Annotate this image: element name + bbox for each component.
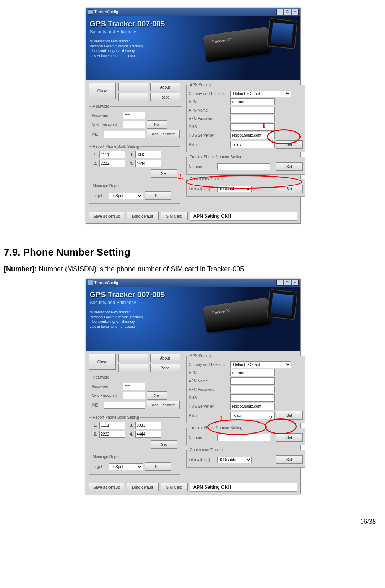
pb-idx: 2. — [92, 432, 97, 436]
country-select[interactable]: Default->Default — [230, 361, 291, 368]
set-phonebook-button[interactable]: Set — [151, 169, 177, 178]
imei-label: IMEI — [92, 132, 102, 136]
dns-field[interactable] — [230, 123, 275, 131]
disabled-button-1 — [118, 83, 148, 91]
country-select[interactable]: Default->Default — [230, 91, 291, 97]
minimize-button[interactable]: _ — [276, 280, 283, 286]
number-field[interactable] — [217, 163, 270, 170]
set-password-button[interactable]: Set — [147, 391, 167, 400]
set-phonebook-button[interactable]: Set — [151, 440, 177, 449]
pb-idx: 3. — [128, 423, 133, 428]
pb-field-1[interactable] — [99, 151, 125, 158]
close-window-button[interactable]: × — [292, 280, 299, 286]
password-field[interactable] — [123, 383, 145, 390]
disabled-button-1 — [118, 354, 148, 362]
country-label: Country and Telecom — [189, 363, 229, 367]
new-password-field[interactable] — [123, 392, 145, 399]
group-legend: Password — [92, 375, 111, 379]
annotation-circle-1 — [267, 129, 301, 144]
maximize-button[interactable]: □ — [284, 280, 291, 286]
pb-field-2[interactable] — [99, 160, 125, 167]
annotation-circle-2 — [265, 418, 297, 434]
country-label: Country and Telecom — [189, 92, 229, 96]
load-default-button[interactable]: Load default — [127, 483, 159, 491]
dns-field[interactable] — [230, 394, 275, 402]
close-button[interactable]: Close — [89, 354, 116, 370]
imei-field[interactable] — [104, 131, 145, 138]
new-password-field[interactable] — [123, 121, 145, 128]
minimize-button[interactable]: _ — [276, 9, 283, 15]
apn-password-field[interactable] — [230, 115, 275, 122]
body-bold: [Number]: — [4, 265, 37, 273]
apn-label: APN — [189, 100, 229, 104]
apn-password-field[interactable] — [230, 386, 275, 393]
pb-field-3[interactable] — [135, 151, 161, 158]
password-label: Password — [92, 384, 122, 389]
interval-label: Interval(min) — [189, 458, 216, 462]
apn-password-label: APN Password — [189, 117, 229, 121]
imei-field[interactable] — [104, 402, 145, 409]
window-title: TrackerConfig — [94, 281, 276, 285]
save-default-button[interactable]: Save as default — [89, 212, 124, 220]
annotation-number-1: 1 — [262, 121, 266, 130]
group-legend: Password — [92, 104, 111, 109]
hds-field[interactable] — [230, 403, 275, 410]
group-legend: APN Setting — [189, 83, 212, 87]
set-number-button[interactable]: Set — [276, 162, 303, 171]
sim-card-button[interactable]: SIM Card — [161, 483, 188, 491]
read-button[interactable]: Read — [150, 93, 180, 101]
message-report-group: Message Report Target ezSpot Set — [89, 455, 180, 475]
password-group: Password Password New Password Set IMEI — [89, 375, 182, 413]
page-number: 16/38 — [360, 518, 376, 526]
pb-field-1[interactable] — [99, 422, 125, 429]
apn-field[interactable] — [230, 369, 275, 376]
status-bar: APN Setting OK!! — [190, 212, 297, 221]
body-text: [Number]: Number (MSISDN) is the phone n… — [4, 265, 385, 273]
save-default-button[interactable]: Save as default — [89, 483, 124, 491]
sim-card-button[interactable]: SIM Card — [161, 212, 188, 220]
close-window-button[interactable]: × — [292, 9, 299, 15]
message-report-group: Message Report Target ezSpot Set — [89, 184, 180, 204]
password-field[interactable] — [123, 112, 145, 119]
pb-field-2[interactable] — [99, 431, 125, 438]
set-password-button[interactable]: Set — [147, 120, 167, 129]
close-button[interactable]: Close — [89, 83, 116, 99]
pb-idx: 4. — [128, 432, 133, 436]
set-target-button[interactable]: Set — [145, 191, 171, 200]
pb-field-4[interactable] — [135, 160, 161, 167]
apn-field[interactable] — [230, 98, 275, 105]
about-button[interactable]: About — [150, 83, 180, 91]
maximize-button[interactable]: □ — [284, 9, 291, 15]
group-legend: Continuous Tracking — [189, 448, 226, 452]
path-field[interactable] — [230, 412, 275, 419]
pb-field-3[interactable] — [135, 422, 161, 429]
pb-idx: 4. — [128, 161, 133, 165]
password-group: Password Password New Password Set IMEI — [89, 104, 182, 142]
path-field[interactable] — [230, 141, 275, 148]
reset-password-button[interactable]: Reset Password — [147, 130, 180, 138]
interval-select[interactable]: 0.Disable — [217, 457, 252, 463]
group-legend: Message Report — [92, 184, 122, 188]
set-interval-button[interactable]: Set — [276, 455, 303, 464]
load-default-button[interactable]: Load default — [127, 212, 159, 220]
status-bar: APN Setting OK!! — [190, 483, 297, 492]
about-button[interactable]: About — [150, 354, 180, 362]
target-select[interactable]: ezSpot — [109, 463, 143, 470]
target-label: Target — [92, 465, 107, 469]
screenshot-2: TrackerConfig _ □ × GPS Tracker 007·005 … — [86, 279, 300, 494]
apn-name-field[interactable] — [230, 377, 275, 385]
reset-password-button[interactable]: Reset Password — [147, 401, 180, 409]
target-select[interactable]: ezSpot — [109, 193, 143, 199]
number-label: Number — [189, 165, 216, 169]
group-legend: APN Setting — [189, 354, 212, 358]
set-number-button[interactable]: Set — [276, 433, 303, 442]
app-icon — [88, 9, 93, 15]
pb-field-4[interactable] — [135, 431, 161, 438]
set-target-button[interactable]: Set — [145, 462, 171, 471]
apn-name-label: APN Name — [189, 108, 229, 112]
pb-idx: 2. — [92, 161, 97, 165]
read-button[interactable]: Read — [150, 364, 180, 372]
apn-name-field[interactable] — [230, 107, 275, 114]
section-heading: 7.9. Phone Number Setting — [4, 246, 385, 258]
group-legend: Tracker Phone Number Setting — [189, 155, 244, 159]
